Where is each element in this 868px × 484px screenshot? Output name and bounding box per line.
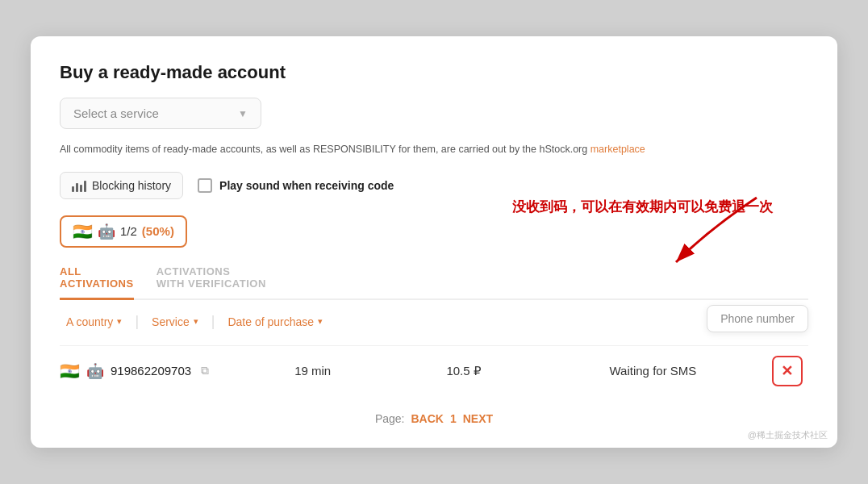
cell-status: Waiting for SMS [540,364,766,378]
filter-service-chevron: ▾ [194,316,198,327]
pagination-next[interactable]: NEXT [463,412,493,425]
cell-action: ✕ [766,356,808,386]
notice-text: All commodity items of ready-made accoun… [60,142,808,157]
tabs: ALLACTIVATIONS ACTIVATIONSWITH VERIFICAT… [60,261,808,300]
filter-country-label: A country [66,315,113,328]
watermark: @稀土掘金技术社区 [748,429,828,441]
cell-country: 🇮🇳 🤖 919862209703 ⧉ [60,361,237,381]
counter-percent: (50%) [142,224,174,238]
pagination-current: 1 [450,412,457,425]
close-button[interactable]: ✕ [772,356,803,386]
ai-icon: 🤖 [98,223,115,240]
tab-all-activations[interactable]: ALLACTIVATIONS [60,261,134,300]
filter-country[interactable]: A country ▾ [60,313,128,331]
counter-badge: 🇮🇳 🤖 1/2 (50%) [60,215,187,248]
row-ai-icon: 🤖 [86,362,104,380]
select-row: Select a service ▼ [60,98,808,129]
filter-sep-1: | [135,313,139,330]
filter-row: A country ▾ | Service ▾ | Date of purcha… [60,313,808,331]
pagination-label: Page: [375,412,405,425]
filter-sep-2: | [211,313,215,330]
india-flag: 🇮🇳 [73,222,93,241]
row-phone: 919862209703 [111,364,191,378]
phone-number-tooltip: Phone number [707,305,808,332]
blocking-history-button[interactable]: Blocking history [60,172,183,199]
filter-date-chevron: ▾ [318,316,323,327]
filter-date[interactable]: Date of purchase ▾ [221,313,329,331]
filter-service-label: Service [152,315,190,328]
filter-country-chevron: ▾ [117,316,122,327]
annotation-text: 没收到码，可以在有效期内可以免费退一次 [512,198,773,216]
chevron-down-icon: ▼ [238,108,248,119]
cell-time: 19 min [237,364,388,378]
copy-icon[interactable]: ⧉ [201,364,209,378]
filter-service[interactable]: Service ▾ [145,313,205,331]
pagination: Page: BACK 1 NEXT [60,412,808,425]
bar-chart-icon [72,179,86,192]
sound-checkbox[interactable] [198,178,212,193]
main-card: Buy a ready-made account Select a servic… [31,36,837,448]
blocking-history-label: Blocking history [92,179,171,192]
toolbar: Blocking history Play sound when receivi… [60,172,808,199]
counter-count: 1/2 [120,224,137,238]
tab-activations-with-verification[interactable]: ACTIVATIONSWITH VERIFICATION [156,261,266,300]
filter-date-label: Date of purchase [227,315,314,328]
select-service-dropdown[interactable]: Select a service ▼ [60,98,261,129]
table-row: 🇮🇳 🤖 919862209703 ⧉ 19 min 10.5 ₽ Waitin… [60,345,808,396]
sound-label: Play sound when receiving code [219,179,394,192]
page-title: Buy a ready-made account [60,62,808,83]
cell-price: 10.5 ₽ [388,364,539,378]
row-flag: 🇮🇳 [60,361,80,381]
marketplace-link[interactable]: marketplace [590,144,645,155]
sound-toggle: Play sound when receiving code [198,178,394,193]
select-service-label: Select a service [73,106,159,120]
pagination-back[interactable]: BACK [411,412,444,425]
